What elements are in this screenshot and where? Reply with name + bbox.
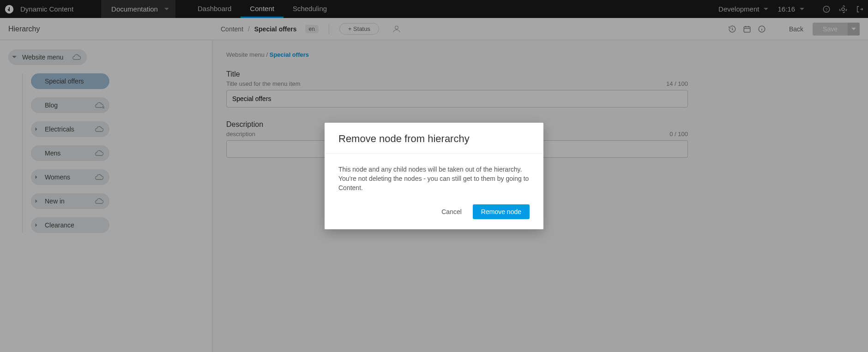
remove-node-modal: Remove node from hierarchy This node and…	[325, 123, 543, 230]
remove-node-button[interactable]: Remove node	[473, 204, 530, 219]
modal-title: Remove node from hierarchy	[325, 123, 543, 154]
cancel-button[interactable]: Cancel	[437, 204, 466, 219]
modal-footer: Cancel Remove node	[325, 196, 543, 229]
modal-body-text: This node and any child nodes will be ta…	[325, 154, 543, 197]
modal-scrim[interactable]: Remove node from hierarchy This node and…	[0, 0, 868, 352]
